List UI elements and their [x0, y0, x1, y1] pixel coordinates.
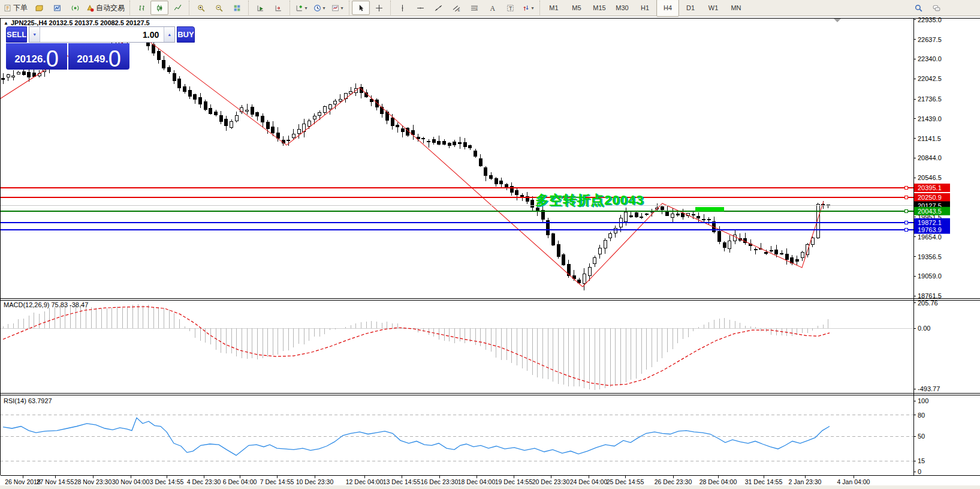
annotation-text[interactable]: 多空转折点20043: [535, 191, 644, 209]
timeframe-m30-button[interactable]: M30: [611, 0, 634, 17]
timeframe-mn-button[interactable]: MN: [725, 0, 747, 17]
timeframe-h4-button[interactable]: H4: [656, 0, 679, 17]
tile-windows-button[interactable]: [228, 1, 246, 15]
dropdown-arrow-icon[interactable]: ▾: [340, 5, 343, 11]
line-chart-button[interactable]: [168, 1, 186, 15]
lot-size-control: ▼ ▲: [29, 26, 175, 43]
chart-title: ▲JPN225-,H4 20132.5 20137.5 20082.5 2012…: [4, 19, 150, 26]
toolbar-group: EFAT▾: [390, 1, 538, 15]
chart-shift-icon: [275, 4, 282, 12]
new-order-icon: [4, 4, 11, 12]
sell-price-main: 20126: [14, 53, 43, 65]
channel-button[interactable]: E: [447, 1, 465, 15]
zoom-out-icon: [215, 4, 223, 12]
dropdown-arrow-icon[interactable]: ▾: [531, 5, 533, 11]
buy-price-main: 20149: [77, 53, 105, 65]
zoom-in-icon: [197, 4, 205, 12]
text-button[interactable]: A: [483, 1, 501, 15]
auto-scroll-button[interactable]: [251, 1, 269, 15]
hline-icon: [417, 4, 424, 12]
toolbar-group: 下单自动交易: [0, 1, 128, 15]
timeframe-m5-button[interactable]: M5: [565, 0, 588, 17]
chat-button[interactable]: [927, 1, 945, 15]
sell-price-box[interactable]: 20126.0: [6, 43, 67, 70]
crosshair-icon: [375, 4, 383, 12]
chart-line-icon: [174, 4, 182, 12]
zoom-out-button[interactable]: [210, 1, 228, 15]
cursor-arrow-icon: [357, 4, 365, 12]
chart-shift-button[interactable]: [269, 1, 287, 15]
lot-decrease-button[interactable]: ▼: [29, 27, 40, 42]
templates-icon: [331, 4, 339, 12]
indicators-icon: [295, 4, 303, 12]
arrows-button[interactable]: ▾: [519, 1, 537, 15]
auto-scroll-icon: [257, 4, 264, 12]
timeframe-h1-button[interactable]: H1: [634, 0, 656, 17]
toolbar-group: [349, 1, 389, 15]
new-order-button-label: 下单: [13, 3, 28, 13]
one-click-trade-panel: SELL ▼ ▲ BUY 20126.0 20149.0: [6, 26, 129, 70]
horizontal-line-button[interactable]: [411, 1, 429, 15]
dropdown-arrow-icon[interactable]: ▾: [304, 5, 307, 11]
toolbar-group: [129, 1, 188, 15]
chart-canvas[interactable]: 22935.022637.522340.022042.521736.521439…: [0, 0, 980, 489]
fibonacci-icon: F: [471, 4, 478, 12]
timeframe-group: M1M5M15M30H1H4D1W1MN: [539, 1, 749, 15]
svg-text:T: T: [509, 5, 512, 11]
profiles-button[interactable]: [48, 1, 66, 15]
auto-trading-icon: [86, 4, 94, 12]
chart-folder-button[interactable]: [30, 1, 48, 15]
buy-button[interactable]: BUY: [177, 26, 194, 43]
auto-trading-button-label: 自动交易: [96, 3, 125, 13]
indicators-button[interactable]: ▾: [293, 1, 310, 15]
svg-text:A: A: [490, 4, 495, 12]
new-order-button[interactable]: 下单: [1, 1, 30, 15]
templates-button[interactable]: ▾: [328, 1, 346, 15]
auto-trading-button[interactable]: 自动交易: [84, 1, 127, 15]
chart-title-text: JPN225-,H4 20132.5 20137.5 20082.5 20127…: [11, 19, 150, 26]
lot-size-input[interactable]: [40, 27, 164, 42]
bar-chart-button[interactable]: [132, 1, 150, 15]
channel-icon: E: [453, 4, 460, 12]
status-strip: [0, 485, 980, 489]
chart-candles-icon: [156, 4, 164, 12]
search-icon: [915, 4, 922, 12]
timeframe-d1-button[interactable]: D1: [679, 0, 702, 17]
lot-increase-button[interactable]: ▲: [164, 27, 174, 42]
zoom-in-button[interactable]: [192, 1, 210, 15]
buy-price-big-digit: 0: [108, 49, 121, 69]
arrows-shapes-icon: [522, 4, 530, 12]
search-button[interactable]: [909, 1, 927, 15]
periods-clock-icon: [313, 4, 321, 12]
cursor-button[interactable]: [352, 1, 370, 15]
trendline-button[interactable]: [429, 1, 447, 15]
timeframe-m15-button[interactable]: M15: [588, 0, 611, 17]
sell-price-big-digit: 0: [46, 49, 59, 69]
candlestick-chart-button[interactable]: [150, 1, 168, 15]
chart-bars-icon: [138, 4, 146, 12]
vertical-line-button[interactable]: [393, 1, 411, 15]
vline-icon: [399, 4, 406, 12]
price-axis[interactable]: [913, 18, 980, 475]
timeframe-w1-button[interactable]: W1: [702, 0, 725, 17]
buy-price-box[interactable]: 20149.0: [68, 43, 129, 70]
dropdown-arrow-icon[interactable]: ▾: [322, 5, 325, 11]
signals-button[interactable]: [66, 1, 84, 15]
label-button[interactable]: T: [501, 1, 519, 15]
fibonacci-button[interactable]: F: [465, 1, 483, 15]
toolbar-group: [189, 1, 247, 15]
toolbar-group: ▾▾▾: [290, 1, 348, 15]
svg-text:E: E: [457, 8, 460, 11]
svg-text:F: F: [475, 6, 478, 10]
signals-icon: [71, 4, 79, 12]
periods-button[interactable]: ▾: [310, 1, 328, 15]
trendline-icon: [435, 4, 442, 12]
sell-button[interactable]: SELL: [6, 26, 27, 43]
chat-icon: [933, 4, 940, 12]
rsi-indicator-label: RSI(14) 63.7927: [4, 397, 52, 404]
macd-indicator-label: MACD(12,26,9) 75.83 -38.47: [4, 301, 88, 308]
toolbar-group: [248, 1, 288, 15]
crosshair-button[interactable]: [370, 1, 388, 15]
timeframe-m1-button[interactable]: M1: [542, 0, 565, 17]
tile-windows-icon: [233, 4, 241, 12]
